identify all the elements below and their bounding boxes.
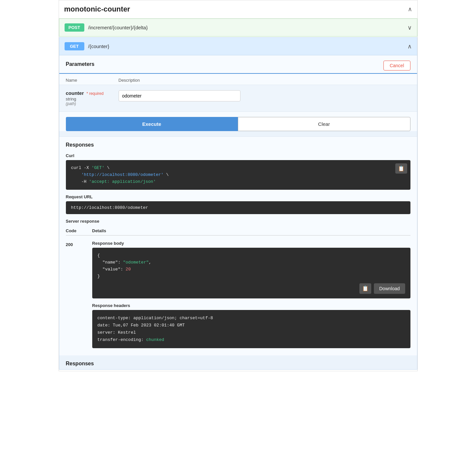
param-location-label: (path): [66, 101, 119, 106]
get-chevron-icon[interactable]: ∧: [407, 43, 412, 50]
header-line4: transfer-encoding: chunked: [98, 337, 164, 342]
param-type-label: string: [66, 97, 119, 101]
request-url-label: Request URL: [66, 194, 410, 199]
header-line3: server: Kestrel: [98, 330, 136, 335]
responses-title: Responses: [66, 142, 410, 148]
request-url-block: http://localhost:8080/odometer: [66, 201, 410, 214]
post-header[interactable]: POST /increment/{counter}/{delta} ∨: [59, 19, 417, 36]
param-required-label: * required: [86, 91, 103, 96]
parameters-panel: Parameters Cancel Name Description count…: [59, 55, 417, 131]
curl-line1: curl -X 'GET' \: [71, 165, 110, 170]
bottom-responses-label: Responses: [59, 355, 417, 369]
app-title: monotonic-counter: [64, 5, 130, 14]
response-body-block: { "name": "odometer", "value": 20 } 📋 Do…: [92, 248, 410, 298]
counter-input[interactable]: [119, 90, 240, 101]
param-row-counter: counter * required string (path): [59, 85, 417, 112]
param-name-label: counter: [66, 90, 84, 96]
curl-copy-button[interactable]: 📋: [395, 163, 407, 174]
col-description-header: Description: [119, 78, 410, 83]
post-method-badge: POST: [65, 23, 84, 32]
get-header[interactable]: GET /{counter} ∧: [59, 38, 417, 55]
curl-code-block: curl -X 'GET' \ 'http://localhost:8080/o…: [66, 160, 410, 190]
body-line1: {: [98, 253, 100, 258]
cancel-button[interactable]: Cancel: [383, 61, 410, 70]
post-chevron-icon[interactable]: ∨: [407, 24, 412, 31]
param-name-col: counter * required string (path): [66, 90, 119, 106]
response-headers-block: content-type: application/json; charset=…: [92, 310, 410, 348]
header-line1: content-type: application/json; charset=…: [98, 316, 213, 321]
body-line2: "name": "odometer",: [98, 260, 152, 265]
response-details: Response body { "name": "odometer", "val…: [92, 241, 410, 348]
response-headers-label: Response headers: [92, 303, 410, 308]
body-line3: "value": 20: [98, 267, 131, 272]
header-line2: date: Tue,07 Feb 2023 02:01:40 GMT: [98, 323, 185, 328]
parameters-header: Parameters Cancel: [59, 55, 417, 74]
param-name-required: counter * required: [66, 90, 119, 96]
app-title-bar: monotonic-counter ∧: [59, 0, 417, 18]
curl-section: Curl curl -X 'GET' \ 'http://localhost:8…: [66, 153, 410, 190]
post-section: POST /increment/{counter}/{delta} ∨: [59, 18, 417, 37]
response-row-200: 200 Response body { "name": "odometer", …: [66, 239, 410, 350]
clear-button[interactable]: Clear: [238, 117, 410, 131]
body-actions: 📋 Download: [98, 283, 405, 294]
request-url-section: Request URL http://localhost:8080/odomet…: [66, 194, 410, 214]
request-url-value: http://localhost:8080/odometer: [71, 205, 148, 210]
param-input-col: [119, 90, 410, 106]
responses-section: Responses Curl curl -X 'GET' \ 'http://l…: [59, 136, 417, 355]
get-path: /{counter}: [88, 43, 407, 49]
body-line4: }: [98, 274, 100, 279]
get-section: GET /{counter} ∧ Parameters Cancel Name …: [59, 37, 417, 370]
curl-line3: -H 'accept: application/json': [71, 179, 156, 184]
server-response-label: Server response: [66, 219, 410, 224]
body-copy-button[interactable]: 📋: [359, 283, 371, 294]
response-body-label: Response body: [92, 241, 410, 246]
collapse-app-icon[interactable]: ∧: [408, 6, 412, 13]
get-method-badge: GET: [65, 42, 84, 50]
post-path: /increment/{counter}/{delta}: [88, 25, 407, 30]
response-table-header: Code Details: [66, 226, 410, 236]
execute-button[interactable]: Execute: [66, 117, 238, 131]
response-code-200: 200: [66, 241, 92, 348]
param-table-header: Name Description: [59, 74, 417, 85]
details-col-header: Details: [92, 228, 410, 233]
col-name-header: Name: [66, 78, 119, 83]
curl-label: Curl: [66, 153, 410, 158]
download-button[interactable]: Download: [374, 283, 405, 294]
parameters-title: Parameters: [66, 61, 95, 70]
curl-line2: 'http://localhost:8080/odometer' \: [71, 172, 169, 177]
code-col-header: Code: [66, 228, 92, 233]
action-buttons: Execute Clear: [66, 117, 410, 131]
